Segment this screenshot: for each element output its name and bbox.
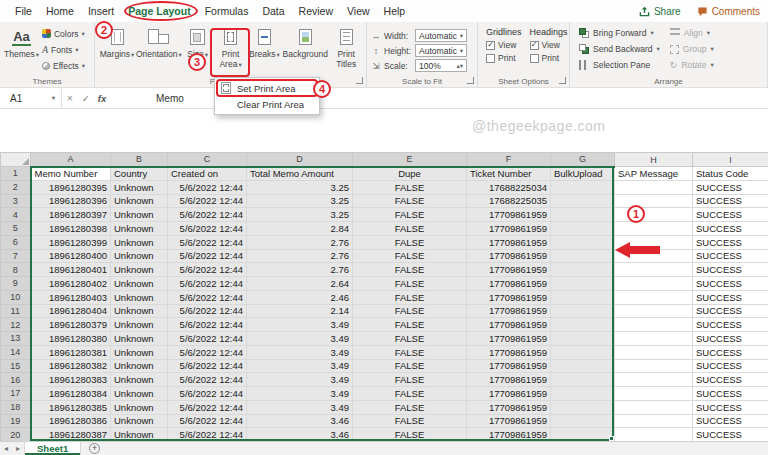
effects-button[interactable]: Effects▾ [42, 59, 85, 72]
cell-E11[interactable]: FALSE [353, 304, 467, 318]
cell-G16[interactable] [551, 373, 615, 387]
cell-F8[interactable]: 17709861959 [467, 263, 551, 277]
cell-E3[interactable]: FALSE [353, 194, 467, 208]
cell-D3[interactable]: 3.25 [247, 194, 353, 208]
cell-F17[interactable]: 17709861959 [467, 387, 551, 401]
cell-F9[interactable]: 17709861959 [467, 277, 551, 291]
fonts-button[interactable]: AFonts▾ [42, 43, 85, 56]
column-header-H[interactable]: H [615, 153, 693, 167]
cell-A11[interactable]: 18961280404 [31, 304, 111, 318]
cell-C6[interactable]: 5/6/2022 12:44 [168, 235, 247, 249]
cell-D13[interactable]: 3.49 [247, 332, 353, 346]
cell-I1[interactable]: Status Code [693, 167, 768, 181]
clear-print-area-item[interactable]: Clear Print Area [215, 96, 319, 112]
cell-G20[interactable] [551, 428, 615, 441]
cell-C7[interactable]: 5/6/2022 12:44 [168, 249, 247, 263]
cell-F16[interactable]: 17709861959 [467, 373, 551, 387]
cell-C5[interactable]: 5/6/2022 12:44 [168, 222, 247, 236]
sheet-tab-sheet1[interactable]: Sheet1 [24, 442, 81, 455]
row-header-1[interactable]: 1 [1, 167, 31, 181]
cell-G8[interactable] [551, 263, 615, 277]
name-box[interactable]: A1▾ [0, 88, 62, 108]
cell-A19[interactable]: 18961280386 [31, 414, 111, 428]
cell-E1[interactable]: Dupe [353, 167, 467, 181]
cell-E7[interactable]: FALSE [353, 249, 467, 263]
cell-G5[interactable] [551, 222, 615, 236]
cell-H8[interactable] [615, 263, 693, 277]
cell-H17[interactable] [615, 387, 693, 401]
cell-H15[interactable] [615, 359, 693, 373]
print-area-button[interactable]: Print Area▾ [213, 25, 249, 69]
cell-D17[interactable]: 3.49 [247, 387, 353, 401]
row-header-15[interactable]: 15 [1, 359, 31, 373]
cell-C9[interactable]: 5/6/2022 12:44 [168, 277, 247, 291]
gridlines-print-option[interactable]: Print [486, 53, 522, 63]
colors-button[interactable]: Colors▾ [42, 27, 85, 40]
cell-D8[interactable]: 2.76 [247, 263, 353, 277]
cell-A12[interactable]: 18961280379 [31, 318, 111, 332]
cell-G1[interactable]: BulkUpload [551, 167, 615, 181]
send-backward-button[interactable]: Send Backward▾ [579, 43, 660, 55]
column-header-G[interactable]: G [551, 153, 615, 167]
tab-formulas[interactable]: Formulas [198, 0, 256, 22]
add-sheet-button[interactable]: + [89, 443, 100, 454]
row-header-11[interactable]: 11 [1, 304, 31, 318]
cell-D15[interactable]: 3.49 [247, 359, 353, 373]
cell-G18[interactable] [551, 400, 615, 414]
cell-D4[interactable]: 3.25 [247, 208, 353, 222]
cell-B14[interactable]: Unknown [111, 345, 168, 359]
formula-content[interactable]: Memo [156, 93, 184, 104]
cell-A10[interactable]: 18961280403 [31, 290, 111, 304]
cell-C18[interactable]: 5/6/2022 12:44 [168, 400, 247, 414]
themes-button[interactable]: Aa Themes▾ [4, 25, 39, 60]
cell-B9[interactable]: Unknown [111, 277, 168, 291]
cell-C3[interactable]: 5/6/2022 12:44 [168, 194, 247, 208]
cell-E17[interactable]: FALSE [353, 387, 467, 401]
cell-G17[interactable] [551, 387, 615, 401]
cell-G4[interactable] [551, 208, 615, 222]
cell-I20[interactable]: SUCCESS [693, 428, 768, 441]
tab-file[interactable]: File [8, 0, 39, 22]
cell-H11[interactable] [615, 304, 693, 318]
cell-E2[interactable]: FALSE [353, 180, 467, 194]
cell-H14[interactable] [615, 345, 693, 359]
set-print-area-item[interactable]: Set Print Area [215, 80, 319, 96]
dialog-launcher-icon[interactable] [356, 77, 363, 84]
cell-G14[interactable] [551, 345, 615, 359]
cell-B18[interactable]: Unknown [111, 400, 168, 414]
cell-B19[interactable]: Unknown [111, 414, 168, 428]
cell-F1[interactable]: Ticket Number [467, 167, 551, 181]
cell-D1[interactable]: Total Memo Amount [247, 167, 353, 181]
row-header-8[interactable]: 8 [1, 263, 31, 277]
cell-F20[interactable]: 17709861959 [467, 428, 551, 441]
cell-A4[interactable]: 18961280397 [31, 208, 111, 222]
cell-A18[interactable]: 18961280385 [31, 400, 111, 414]
tab-home[interactable]: Home [39, 0, 81, 22]
row-header-10[interactable]: 10 [1, 290, 31, 304]
cell-D11[interactable]: 2.14 [247, 304, 353, 318]
cell-E14[interactable]: FALSE [353, 345, 467, 359]
cell-C13[interactable]: 5/6/2022 12:44 [168, 332, 247, 346]
cell-G13[interactable] [551, 332, 615, 346]
cell-C15[interactable]: 5/6/2022 12:44 [168, 359, 247, 373]
cell-D14[interactable]: 3.49 [247, 345, 353, 359]
sheet-nav-right-icon[interactable]: ▸ [12, 444, 24, 453]
cell-I2[interactable]: SUCCESS [693, 180, 768, 194]
cell-F3[interactable]: 17688225035 [467, 194, 551, 208]
cell-E19[interactable]: FALSE [353, 414, 467, 428]
column-header-I[interactable]: I [693, 153, 768, 167]
cell-C17[interactable]: 5/6/2022 12:44 [168, 387, 247, 401]
cell-B13[interactable]: Unknown [111, 332, 168, 346]
cell-F5[interactable]: 17709861959 [467, 222, 551, 236]
cell-F18[interactable]: 17709861959 [467, 400, 551, 414]
cell-I13[interactable]: SUCCESS [693, 332, 768, 346]
cell-C20[interactable]: 5/6/2022 12:44 [168, 428, 247, 441]
sheet-nav-left-icon[interactable]: ◂ [0, 444, 12, 453]
cell-G3[interactable] [551, 194, 615, 208]
row-header-20[interactable]: 20 [1, 428, 31, 441]
headings-print-option[interactable]: Print [530, 53, 568, 63]
cell-H20[interactable] [615, 428, 693, 441]
column-header-E[interactable]: E [353, 153, 467, 167]
cell-I11[interactable]: SUCCESS [693, 304, 768, 318]
align-button[interactable]: Align▾ [670, 27, 714, 39]
